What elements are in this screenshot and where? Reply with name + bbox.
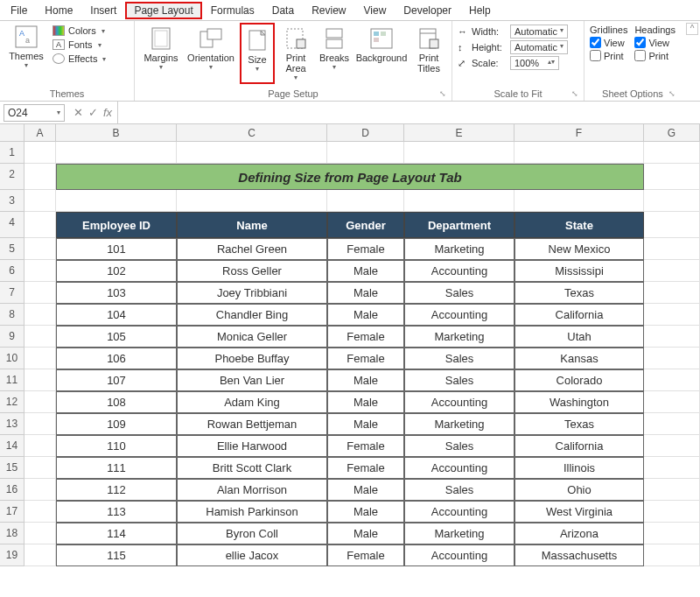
menu-data[interactable]: Data <box>263 2 303 19</box>
cell-G5[interactable] <box>644 238 700 260</box>
cell-A15[interactable] <box>24 457 56 479</box>
cell-D7[interactable]: Male <box>327 282 404 304</box>
row-header-7[interactable]: 7 <box>0 282 24 304</box>
scale-height-row[interactable]: ↕Height:Automatic▾ <box>458 40 578 54</box>
cell-A2[interactable] <box>24 164 56 190</box>
cell-G10[interactable] <box>644 348 700 369</box>
cell-E17[interactable]: Accounting <box>404 501 514 523</box>
cell-E14[interactable]: Sales <box>404 435 514 457</box>
cell-C16[interactable]: Alan Morrison <box>177 479 327 501</box>
cell-D10[interactable]: Female <box>327 348 404 369</box>
cell-F15[interactable]: Illinois <box>514 457 644 479</box>
gridlines-view-checkbox[interactable]: View <box>590 37 627 48</box>
cell-F7[interactable]: Texas <box>514 282 644 304</box>
cell-E1[interactable] <box>404 142 514 164</box>
collapse-ribbon-button[interactable]: ^ <box>686 23 698 35</box>
sheet-options-launcher[interactable]: ⤡ <box>667 89 677 100</box>
formula-input[interactable] <box>117 102 700 123</box>
cell-C19[interactable]: ellie Jacox <box>177 544 327 566</box>
header-name[interactable]: Name <box>177 212 327 238</box>
row-header-15[interactable]: 15 <box>0 457 24 479</box>
cell-G2[interactable] <box>644 164 700 190</box>
cell-G6[interactable] <box>644 260 700 282</box>
cell-E5[interactable]: Marketing <box>404 238 514 260</box>
cell-C10[interactable]: Phoebe Buffay <box>177 348 327 369</box>
cell-D12[interactable]: Male <box>327 391 404 413</box>
cell-B9[interactable]: 105 <box>56 326 177 348</box>
cell-D18[interactable]: Male <box>327 523 404 544</box>
cell-F3[interactable] <box>514 190 644 212</box>
enter-icon[interactable]: ✓ <box>88 106 98 119</box>
margins-button[interactable]: Margins▾ <box>140 23 182 84</box>
column-header-G[interactable]: G <box>644 124 700 141</box>
cell-F17[interactable]: West Virginia <box>514 501 644 523</box>
row-header-18[interactable]: 18 <box>0 523 24 544</box>
cell-F18[interactable]: Arizona <box>514 523 644 544</box>
menu-page-layout[interactable]: Page Layout <box>125 2 201 19</box>
fonts-button[interactable]: AFonts▾ <box>51 39 108 51</box>
headings-view-checkbox[interactable]: View <box>634 37 675 48</box>
cell-E3[interactable] <box>404 190 514 212</box>
row-header-17[interactable]: 17 <box>0 501 24 523</box>
cell-F14[interactable]: California <box>514 435 644 457</box>
cell-E15[interactable]: Accounting <box>404 457 514 479</box>
scale-width-row[interactable]: ↔Width:Automatic▾ <box>458 25 578 39</box>
scale-launcher[interactable]: ⤡ <box>570 89 580 100</box>
cell-B19[interactable]: 115 <box>56 544 177 566</box>
cell-D9[interactable]: Female <box>327 326 404 348</box>
cell-F1[interactable] <box>514 142 644 164</box>
cell-G16[interactable] <box>644 479 700 501</box>
cell-A12[interactable] <box>24 391 56 413</box>
cell-E12[interactable]: Accounting <box>404 391 514 413</box>
cell-G18[interactable] <box>644 523 700 544</box>
cell-F10[interactable]: Kansas <box>514 348 644 369</box>
cell-F16[interactable]: Ohio <box>514 479 644 501</box>
cell-B17[interactable]: 113 <box>56 501 177 523</box>
print-titles-button[interactable]: Print Titles <box>411 23 446 84</box>
row-header-19[interactable]: 19 <box>0 544 24 566</box>
row-header-1[interactable]: 1 <box>0 142 24 164</box>
cell-A19[interactable] <box>24 544 56 566</box>
row-header-6[interactable]: 6 <box>0 260 24 282</box>
row-header-12[interactable]: 12 <box>0 391 24 413</box>
row-header-9[interactable]: 9 <box>0 326 24 348</box>
column-header-B[interactable]: B <box>56 124 177 141</box>
cell-E10[interactable]: Sales <box>404 348 514 369</box>
cell-B10[interactable]: 106 <box>56 348 177 369</box>
cell-A13[interactable] <box>24 413 56 435</box>
cell-B5[interactable]: 101 <box>56 238 177 260</box>
breaks-button[interactable]: Breaks▾ <box>317 23 352 84</box>
cell-C15[interactable]: Britt Scott Clark <box>177 457 327 479</box>
cell-E9[interactable]: Marketing <box>404 326 514 348</box>
cell-G11[interactable] <box>644 369 700 391</box>
cell-C1[interactable] <box>177 142 327 164</box>
scale-scale-row[interactable]: ⤢Scale:100%▴▾ <box>458 56 578 70</box>
menu-help[interactable]: Help <box>460 2 500 19</box>
themes-button[interactable]: Aa Themes ▾ <box>5 23 47 84</box>
effects-button[interactable]: Effects▾ <box>51 53 108 65</box>
cell-F11[interactable]: Colorado <box>514 369 644 391</box>
header-state[interactable]: State <box>514 212 644 238</box>
column-header-E[interactable]: E <box>404 124 514 141</box>
cancel-icon[interactable]: ✕ <box>74 106 83 119</box>
cell-F6[interactable]: Mississipi <box>514 260 644 282</box>
cell-G1[interactable] <box>644 142 700 164</box>
cell-G19[interactable] <box>644 544 700 566</box>
cell-D1[interactable] <box>327 142 404 164</box>
row-header-3[interactable]: 3 <box>0 190 24 212</box>
header-gender[interactable]: Gender <box>327 212 404 238</box>
cell-B18[interactable]: 114 <box>56 523 177 544</box>
cell-E8[interactable]: Accounting <box>404 304 514 326</box>
cell-A4[interactable] <box>24 212 56 238</box>
cell-C11[interactable]: Ben Van Lier <box>177 369 327 391</box>
cell-G8[interactable] <box>644 304 700 326</box>
cell-G7[interactable] <box>644 282 700 304</box>
cell-D3[interactable] <box>327 190 404 212</box>
select-all-corner[interactable] <box>0 124 24 141</box>
menu-insert[interactable]: Insert <box>81 2 125 19</box>
cell-D6[interactable]: Male <box>327 260 404 282</box>
menu-developer[interactable]: Developer <box>395 2 460 19</box>
cell-F12[interactable]: Washington <box>514 391 644 413</box>
cell-D14[interactable]: Female <box>327 435 404 457</box>
cell-C7[interactable]: Joey Tribbiani <box>177 282 327 304</box>
